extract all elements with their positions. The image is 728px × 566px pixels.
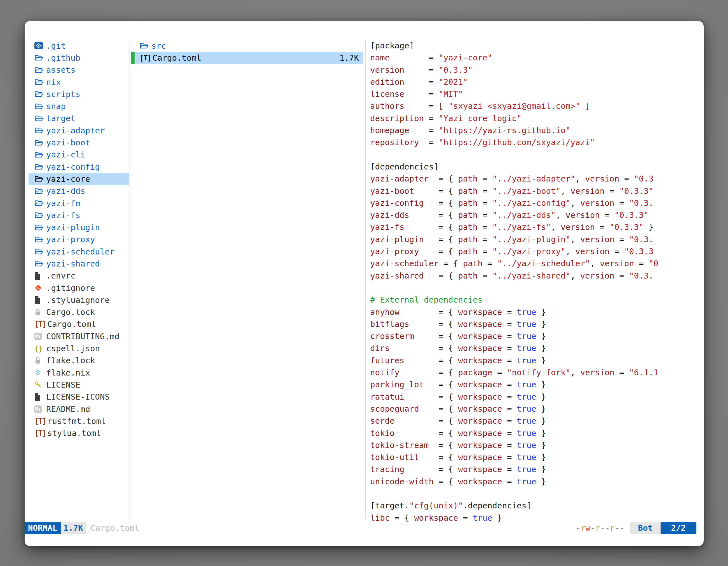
parent-file-row[interactable]: target bbox=[29, 112, 129, 125]
status-spacer bbox=[139, 522, 576, 534]
folder-open-icon bbox=[34, 224, 45, 231]
parent-pane[interactable]: .git .github assets nix scripts snap tar… bbox=[25, 21, 130, 522]
file-label: rustfmt.toml bbox=[47, 416, 106, 426]
perm-char: - bbox=[600, 523, 605, 533]
current-file-row[interactable]: [T]Cargo.toml1.7K bbox=[131, 52, 363, 64]
file-label: .styluaignore bbox=[46, 295, 110, 305]
toml-icon: [T] bbox=[34, 320, 46, 328]
parent-file-row[interactable]: yazi-cli bbox=[29, 149, 129, 161]
file-label: scripts bbox=[46, 90, 80, 99]
parent-file-row[interactable]: flake.lock bbox=[29, 354, 129, 366]
file-label: flake.lock bbox=[46, 356, 95, 365]
folder-open-icon bbox=[140, 42, 150, 50]
parent-file-row[interactable]: snap bbox=[29, 100, 129, 112]
code-line: [target."cfg(unix)".dependencies] bbox=[370, 500, 704, 512]
code-line: yazi-fs = { path = "../yazi-fs", version… bbox=[370, 221, 704, 233]
yazi-window: .git .github assets nix scripts snap tar… bbox=[25, 21, 704, 546]
perm-char: - bbox=[620, 523, 624, 533]
folder-open-icon bbox=[34, 236, 45, 243]
folder-open-icon bbox=[34, 151, 45, 159]
json-braces-icon: {} bbox=[34, 344, 45, 353]
file-label: yazi-fs bbox=[46, 211, 80, 220]
parent-file-row[interactable]: [T]rustfmt.toml bbox=[29, 415, 129, 427]
code-line: parking_lot = { workspace = true } bbox=[370, 379, 704, 391]
current-file-row[interactable]: src bbox=[131, 40, 363, 52]
file-label: .git bbox=[46, 41, 66, 51]
markdown-icon: M↓ bbox=[34, 333, 45, 340]
code-line: edition = "2021" bbox=[370, 76, 704, 88]
folder-open-icon bbox=[34, 248, 45, 255]
folder-open-icon bbox=[34, 260, 45, 267]
code-line: yazi-boot = { path = "../yazi-boot", ver… bbox=[370, 185, 704, 197]
folder-open-icon bbox=[34, 54, 45, 62]
toml-icon: [T] bbox=[140, 54, 151, 62]
parent-file-row[interactable]: yazi-dds bbox=[29, 185, 129, 197]
file-label: CONTRIBUTING.md bbox=[46, 332, 119, 341]
parent-file-row[interactable]: yazi-scheduler bbox=[29, 246, 129, 258]
code-line: ratatui = { workspace = true } bbox=[370, 391, 704, 403]
parent-file-row[interactable]: LICENSE bbox=[29, 379, 129, 391]
folder-open-icon bbox=[34, 78, 45, 86]
parent-file-row[interactable]: [T]Cargo.toml bbox=[29, 318, 129, 330]
file-label: yazi-core bbox=[46, 174, 90, 184]
parent-file-row[interactable]: .styluaignore bbox=[29, 294, 129, 306]
perm-char: - bbox=[590, 523, 595, 533]
git-ignore-icon bbox=[34, 284, 45, 292]
nix-snowflake-icon: ❄ bbox=[34, 368, 45, 377]
parent-file-row[interactable]: yazi-plugin bbox=[29, 221, 129, 233]
mode-badge: NORMAL bbox=[25, 522, 61, 534]
perm-char: - bbox=[605, 523, 610, 533]
file-label: yazi-plugin bbox=[46, 223, 100, 232]
parent-file-row[interactable]: [T]stylua.toml bbox=[29, 427, 129, 439]
parent-file-row[interactable]: .github bbox=[29, 52, 129, 64]
parent-file-row[interactable]: scripts bbox=[29, 88, 129, 100]
parent-file-row[interactable]: yazi-proxy bbox=[29, 234, 129, 246]
parent-file-row[interactable]: nix bbox=[29, 76, 129, 88]
file-icon bbox=[34, 296, 45, 304]
parent-file-row[interactable]: {}cspell.json bbox=[29, 342, 129, 354]
preview-code: [package]name = "yazi-core"version = "0.… bbox=[370, 40, 704, 522]
file-label: yazi-cli bbox=[46, 150, 85, 159]
preview-pane[interactable]: [package]name = "yazi-core"version = "0.… bbox=[366, 21, 704, 522]
parent-file-row[interactable]: .envrc bbox=[29, 270, 129, 282]
hover-marker bbox=[131, 52, 135, 64]
code-line: name = "yazi-core" bbox=[370, 52, 704, 64]
parent-file-row[interactable]: ❄flake.nix bbox=[29, 366, 129, 379]
parent-file-row[interactable]: assets bbox=[29, 64, 129, 76]
parent-file-row[interactable]: M↓CONTRIBUTING.md bbox=[29, 330, 129, 342]
parent-file-row[interactable]: .git bbox=[29, 40, 129, 52]
parent-file-row[interactable]: yazi-config bbox=[29, 161, 129, 173]
parent-file-row[interactable]: yazi-fm bbox=[29, 197, 129, 209]
parent-file-row[interactable]: LICENSE-ICONS bbox=[29, 391, 129, 403]
scroll-position-badge: Bot bbox=[630, 522, 660, 534]
code-line bbox=[370, 282, 704, 294]
parent-file-row[interactable]: Cargo.lock bbox=[29, 306, 129, 318]
parent-file-row[interactable]: .gitignore bbox=[29, 282, 129, 294]
markdown-icon: M↓ bbox=[34, 405, 45, 413]
parent-file-row[interactable]: M↓README.md bbox=[29, 403, 129, 415]
file-label: LICENSE-ICONS bbox=[46, 392, 110, 401]
file-label: yazi-scheduler bbox=[46, 247, 114, 257]
file-label: snap bbox=[46, 102, 66, 111]
parent-file-row[interactable]: yazi-fs bbox=[29, 209, 129, 221]
file-label: assets bbox=[46, 65, 76, 75]
lock-icon bbox=[34, 308, 45, 316]
parent-file-row[interactable]: yazi-boot bbox=[29, 137, 129, 149]
code-line: unicode-width = { workspace = true } bbox=[370, 476, 704, 488]
folder-open-icon bbox=[34, 103, 45, 110]
code-line: notify = { package = "notify-fork", vers… bbox=[370, 366, 704, 379]
desktop: { "colors": { "accent": "#0e62b6", "fold… bbox=[0, 0, 728, 566]
code-line: authors = [ "sxyazi <sxyazi@gmail.com>" … bbox=[370, 100, 704, 112]
code-line: serde = { workspace = true } bbox=[370, 415, 704, 427]
current-pane[interactable]: src [T]Cargo.toml1.7K bbox=[130, 21, 365, 522]
code-line bbox=[370, 488, 704, 500]
code-line: # External dependencies bbox=[370, 294, 704, 306]
file-label: nix bbox=[46, 78, 61, 87]
file-icon bbox=[34, 272, 45, 280]
parent-file-row[interactable]: yazi-shared bbox=[29, 258, 129, 270]
file-label: stylua.toml bbox=[47, 428, 101, 438]
parent-file-row[interactable]: yazi-adapter bbox=[29, 125, 129, 137]
code-line: scopeguard = { workspace = true } bbox=[370, 403, 704, 415]
parent-file-row[interactable]: yazi-core bbox=[29, 173, 129, 185]
folder-open-icon bbox=[34, 139, 45, 147]
